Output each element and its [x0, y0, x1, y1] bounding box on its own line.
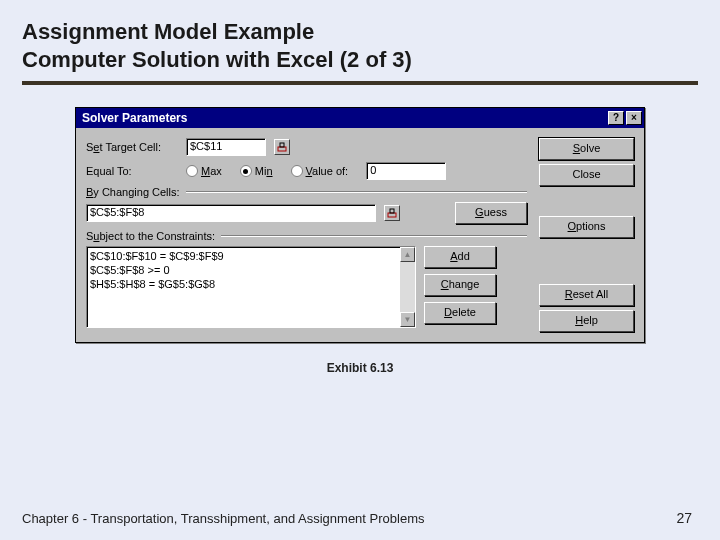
titlebar-close-button[interactable]: ×	[626, 111, 642, 125]
title-line-2: Computer Solution with Excel (2 of 3)	[22, 47, 412, 72]
titlebar-help-button[interactable]: ?	[608, 111, 624, 125]
reset-all-button[interactable]: Reset All	[539, 284, 634, 306]
radio-max-icon	[186, 165, 198, 177]
listbox-scrollbar[interactable]: ▲ ▼	[400, 247, 415, 327]
radio-min[interactable]: Min	[240, 165, 273, 177]
slide-title: Assignment Model Example Computer Soluti…	[22, 18, 698, 73]
changing-cells-ref-icon[interactable]	[384, 205, 400, 221]
svg-rect-0	[278, 147, 286, 151]
guess-button[interactable]: Guess	[455, 202, 527, 224]
change-button[interactable]: Change	[424, 274, 496, 296]
scroll-down-icon[interactable]: ▼	[400, 312, 415, 327]
solver-dialog: Solver Parameters ? × Set Target Cell: $…	[75, 107, 645, 343]
dialog-titlebar: Solver Parameters ? ×	[76, 108, 644, 128]
constraint-item[interactable]: $C$10:$F$10 = $C$9:$F$9	[90, 249, 412, 263]
svg-rect-3	[390, 209, 394, 213]
solve-button[interactable]: Solve	[539, 138, 634, 160]
dialog-title: Solver Parameters	[82, 111, 187, 125]
radio-value-icon	[291, 165, 303, 177]
help-button[interactable]: Help	[539, 310, 634, 332]
title-divider	[22, 81, 698, 85]
exhibit-label: Exhibit 6.13	[22, 361, 698, 375]
target-cell-ref-icon[interactable]	[274, 139, 290, 155]
options-button[interactable]: Options	[539, 216, 634, 238]
add-button[interactable]: Add	[424, 246, 496, 268]
constraints-listbox[interactable]: $C$10:$F$10 = $C$9:$F$9 $C$5:$F$8 >= 0 $…	[86, 246, 416, 328]
label-subject-to: Subject to the Constraints:	[86, 230, 215, 242]
changing-cells-input[interactable]: $C$5:$F$8	[86, 204, 376, 222]
label-equal-to: Equal To:	[86, 165, 180, 177]
label-set-target-cell: Set Target Cell:	[86, 141, 180, 153]
scroll-up-icon[interactable]: ▲	[400, 247, 415, 262]
radio-min-icon	[240, 165, 252, 177]
close-button[interactable]: Close	[539, 164, 634, 186]
constraint-item[interactable]: $H$5:$H$8 = $G$5:$G$8	[90, 277, 412, 291]
svg-rect-1	[280, 143, 284, 147]
page-number: 27	[676, 510, 692, 526]
constraint-item[interactable]: $C$5:$F$8 >= 0	[90, 263, 412, 277]
delete-button[interactable]: Delete	[424, 302, 496, 324]
radio-value-of[interactable]: Value of:	[291, 165, 349, 177]
target-cell-input[interactable]: $C$11	[186, 138, 266, 156]
title-line-1: Assignment Model Example	[22, 19, 314, 44]
footer-chapter: Chapter 6 - Transportation, Transshipmen…	[22, 511, 424, 526]
value-of-input[interactable]: 0	[366, 162, 446, 180]
radio-max[interactable]: Max	[186, 165, 222, 177]
svg-rect-2	[388, 213, 396, 217]
label-by-changing: By Changing Cells:	[86, 186, 180, 198]
